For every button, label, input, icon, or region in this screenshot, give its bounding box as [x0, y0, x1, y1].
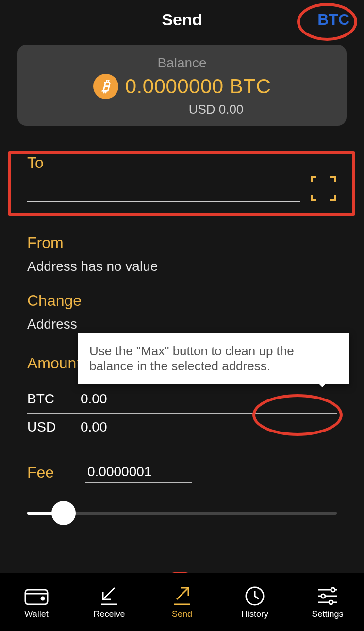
tab-wallet[interactable]: Wallet: [0, 573, 73, 631]
send-icon: [169, 585, 195, 607]
to-label: To: [27, 154, 337, 172]
balance-fiat: USD 0.00: [121, 102, 244, 117]
fee-slider[interactable]: [27, 501, 337, 525]
change-address-text[interactable]: Address: [27, 316, 337, 332]
currency-selector[interactable]: BTC: [317, 11, 349, 29]
amount-input-btc[interactable]: [81, 391, 337, 407]
tab-receive[interactable]: Receive: [73, 573, 146, 631]
fee-section: Fee: [27, 461, 337, 483]
fee-label: Fee: [27, 464, 71, 482]
slider-thumb[interactable]: [51, 501, 76, 525]
to-section: To: [12, 145, 352, 216]
qr-scan-icon[interactable]: [310, 175, 337, 202]
tab-label-receive: Receive: [93, 609, 125, 619]
header: Send BTC: [0, 0, 364, 39]
from-address-text[interactable]: Address has no value: [27, 259, 337, 274]
tab-label-wallet: Wallet: [24, 609, 48, 619]
balance-row: ₿ 0.0000000 BTC: [93, 74, 271, 99]
tab-history[interactable]: History: [218, 573, 291, 631]
bitcoin-icon: ₿: [93, 74, 118, 99]
receive-icon: [96, 585, 122, 607]
to-address-input[interactable]: [27, 182, 300, 202]
amount-row-btc: BTC: [27, 385, 337, 414]
svg-point-6: [321, 594, 325, 598]
fee-input[interactable]: [85, 461, 192, 483]
amount-currency-usd: USD: [27, 419, 81, 435]
from-label: From: [27, 234, 337, 252]
send-screen: Send BTC Balance ₿ 0.0000000 BTC USD 0.0…: [0, 0, 364, 631]
settings-icon: [314, 585, 341, 607]
balance-amount: 0.0000000 BTC: [125, 75, 271, 98]
amount-input-usd[interactable]: [81, 419, 337, 435]
tab-label-send: Send: [172, 609, 192, 619]
change-section: Change Address: [27, 292, 337, 332]
history-icon: [242, 585, 268, 607]
svg-point-1: [41, 597, 44, 600]
page-title: Send: [162, 10, 202, 29]
tab-settings[interactable]: Settings: [291, 573, 364, 631]
wallet-icon: [23, 585, 50, 607]
balance-label: Balance: [157, 55, 206, 71]
amount-currency-btc: BTC: [27, 391, 81, 407]
tab-bar: Wallet Receive Send History Settings: [0, 573, 364, 631]
change-label: Change: [27, 292, 337, 310]
from-section: From Address has no value: [27, 234, 337, 274]
svg-point-8: [329, 600, 333, 604]
tab-send[interactable]: Send: [146, 573, 218, 631]
tab-label-settings: Settings: [312, 609, 343, 619]
svg-point-4: [331, 588, 335, 592]
balance-card: Balance ₿ 0.0000000 BTC USD 0.00: [17, 45, 347, 126]
tab-label-history: History: [241, 609, 268, 619]
amount-row-usd: USD: [27, 414, 337, 441]
max-tooltip: Use the "Max" button to clean up the bal…: [78, 333, 349, 384]
